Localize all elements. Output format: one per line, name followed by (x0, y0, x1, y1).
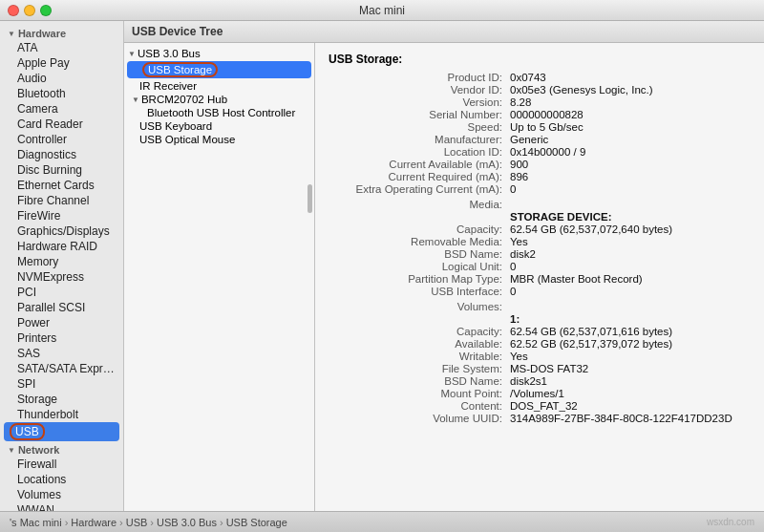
detail-row-currentreq: Current Required (mA): 896 (329, 171, 751, 182)
value-s-usbinterface: 0 (510, 286, 751, 297)
breadcrumb-sep-2: › (119, 517, 123, 528)
breadcrumb-macmini: 's Mac mini (10, 517, 62, 528)
value-productid: 0x0743 (510, 72, 751, 83)
volume-row-mountpoint: Mount Point: /Volumes/1 (329, 388, 751, 399)
tree-item-irreceiver[interactable]: IR Receiver (124, 79, 314, 93)
sidebar-item-satasataexpress[interactable]: SATA/SATA Express (0, 361, 123, 376)
value-s-removable: Yes (510, 236, 751, 247)
sidebar-item-volumes[interactable]: Volumes (0, 487, 123, 502)
title-bar: Mac mini (0, 0, 764, 21)
sidebar-item-audio[interactable]: Audio (0, 71, 123, 86)
sidebar-item-ata[interactable]: ATA (0, 40, 123, 55)
label-serialnum: Serial Number: (329, 109, 510, 120)
detail-row-currentavail: Current Available (mA): 900 (329, 159, 751, 170)
label-v-capacity: Capacity: (329, 326, 510, 337)
detail-row-manufacturer: Manufacturer: Generic (329, 134, 751, 145)
sidebar-item-sas[interactable]: SAS (0, 346, 123, 361)
sidebar-item-firewall[interactable]: Firewall (0, 457, 123, 472)
sidebar-item-camera[interactable]: Camera (0, 101, 123, 117)
sidebar-item-parallelscsi[interactable]: Parallel SCSI (0, 300, 123, 315)
detail-row-vendorid: Vendor ID: 0x05e3 (Genesys Logic, Inc.) (329, 84, 751, 96)
label-v-bsdname: BSD Name: (329, 375, 510, 387)
value-serialnum: 000000000828 (510, 109, 751, 120)
status-bar: 's Mac mini › Hardware › USB › USB 3.0 B… (0, 511, 764, 532)
sidebar-item-nvmexpress[interactable]: NVMExpress (0, 269, 123, 285)
label-v-uuid: Volume UUID: (329, 413, 510, 424)
sidebar-item-cardreader[interactable]: Card Reader (0, 117, 123, 132)
sidebar-item-thunderbolt[interactable]: Thunderbolt (0, 407, 123, 422)
sidebar-item-pci[interactable]: PCI (0, 285, 123, 300)
sidebar-item-discburning[interactable]: Disc Burning (0, 162, 123, 178)
tree-item-usbmouse[interactable]: USB Optical Mouse (124, 133, 314, 146)
label-s-usbinterface: USB Interface: (329, 286, 510, 297)
network-triangle-icon: ▼ (8, 446, 15, 455)
panel-content: ▼ USB 3.0 Bus USB Storage IR Receiver ▼ … (124, 43, 764, 511)
sidebar-item-hardwareraid[interactable]: Hardware RAID (0, 239, 123, 254)
window-title: Mac mini (359, 4, 405, 17)
storage-row-logical: Logical Unit: 0 (329, 261, 751, 272)
breadcrumb-usbstorage: USB Storage (226, 517, 287, 528)
detail-row-extraoperating: Extra Operating Current (mA): 0 (329, 183, 751, 195)
sidebar-item-storage[interactable]: Storage (0, 392, 123, 407)
sidebar-item-bluetooth[interactable]: Bluetooth (0, 86, 123, 101)
value-version: 8.28 (510, 96, 751, 108)
hardware-triangle-icon: ▼ (8, 30, 15, 38)
label-s-logical: Logical Unit: (329, 261, 510, 272)
panel-header-title: USB Device Tree (132, 25, 223, 38)
sidebar-item-printers[interactable]: Printers (0, 330, 123, 346)
storage-device-label: STORAGE DEVICE: (510, 211, 751, 223)
tree-item-usbstorage[interactable]: USB Storage (127, 61, 311, 78)
sidebar-section-hardware[interactable]: ▼ Hardware (0, 25, 123, 40)
tree-item-usb30bus[interactable]: ▼ USB 3.0 Bus (124, 47, 314, 60)
minimize-button[interactable] (24, 5, 35, 16)
value-v-content: DOS_FAT_32 (510, 400, 751, 412)
volume-row-capacity: Capacity: 62.54 GB (62,537,071,616 bytes… (329, 326, 751, 337)
label-currentreq: Current Required (mA): (329, 171, 510, 182)
right-panel: USB Device Tree ▼ USB 3.0 Bus USB Storag… (124, 21, 764, 511)
sidebar-section-network[interactable]: ▼ Network (0, 441, 123, 457)
sidebar-item-controller[interactable]: Controller (0, 132, 123, 147)
label-extraoperating: Extra Operating Current (mA): (329, 183, 510, 195)
detail-section-title: USB Storage: (329, 53, 751, 66)
sidebar-item-locations[interactable]: Locations (0, 472, 123, 487)
sidebar-item-applepay[interactable]: Apple Pay (0, 55, 123, 71)
value-vendorid: 0x05e3 (Genesys Logic, Inc.) (510, 84, 751, 96)
value-s-logical: 0 (510, 261, 751, 272)
value-currentavail: 900 (510, 159, 751, 170)
sidebar-item-memory[interactable]: Memory (0, 254, 123, 269)
value-currentreq: 896 (510, 171, 751, 182)
sidebar-item-wwan[interactable]: WWAN (0, 502, 123, 511)
sidebar: ▼ Hardware ATA Apple Pay Audio Bluetooth… (0, 21, 124, 511)
sidebar-item-spi[interactable]: SPI (0, 376, 123, 392)
brcm-triangle-icon: ▼ (132, 96, 139, 104)
panel-header: USB Device Tree (124, 21, 764, 43)
value-s-capacity: 62.54 GB (62,537,072,640 bytes) (510, 223, 751, 235)
breadcrumb-hardware: Hardware (71, 517, 117, 528)
sidebar-item-firewire[interactable]: FireWire (0, 208, 123, 223)
label-v-content: Content: (329, 400, 510, 412)
sidebar-item-diagnostics[interactable]: Diagnostics (0, 147, 123, 162)
sidebar-item-power[interactable]: Power (0, 315, 123, 330)
traffic-lights[interactable] (8, 5, 52, 16)
label-manufacturer: Manufacturer: (329, 134, 510, 145)
detail-row-version: Version: 8.28 (329, 96, 751, 108)
sidebar-item-ethernetcards[interactable]: Ethernet Cards (0, 178, 123, 193)
sidebar-item-usb[interactable]: USB (10, 423, 45, 440)
media-label: Media: (329, 199, 510, 210)
watermark: wsxdn.com (707, 517, 754, 527)
tree-item-btusbhost[interactable]: Bluetooth USB Host Controller (124, 106, 314, 119)
tree-item-brcm[interactable]: ▼ BRCM20702 Hub (124, 93, 314, 106)
close-button[interactable] (8, 5, 19, 16)
tree-scrollbar[interactable] (308, 184, 312, 213)
storage-device-header-row: STORAGE DEVICE: (329, 211, 751, 223)
sidebar-item-fibrechannel[interactable]: Fibre Channel (0, 193, 123, 208)
maximize-button[interactable] (40, 5, 52, 16)
storage-row-bsdname: BSD Name: disk2 (329, 248, 751, 260)
storage-row-partitionmap: Partition Map Type: MBR (Master Boot Rec… (329, 273, 751, 285)
sidebar-item-graphicsdisplays[interactable]: Graphics/Displays (0, 223, 123, 239)
tree-item-usbkeyboard[interactable]: USB Keyboard (124, 119, 314, 133)
label-speed: Speed: (329, 121, 510, 133)
media-label-row: Media: (329, 199, 751, 210)
label-v-filesystem: File System: (329, 363, 510, 374)
detail-row-locationid: Location ID: 0x14b00000 / 9 (329, 146, 751, 158)
